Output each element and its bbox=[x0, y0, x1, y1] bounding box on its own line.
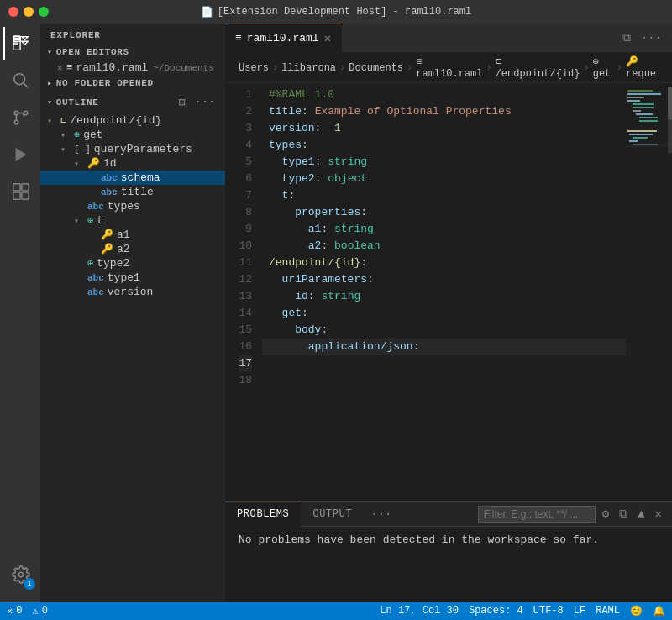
outline-type2[interactable]: ▾ ⊕ type2 bbox=[40, 256, 225, 271]
minimap bbox=[626, 83, 672, 501]
types-abc-label: types bbox=[108, 200, 140, 213]
outline-more-icon[interactable]: ··· bbox=[192, 95, 218, 110]
code-content[interactable]: #%RAML 1.0 title: Example of Optional Pr… bbox=[262, 83, 626, 501]
svg-rect-15 bbox=[627, 97, 644, 98]
outline-query-params[interactable]: ▾ [ ] queryParameters bbox=[40, 142, 225, 156]
status-bell[interactable]: 🔔 bbox=[653, 605, 665, 617]
status-encoding[interactable]: UTF-8 bbox=[533, 605, 564, 617]
outline-type1[interactable]: ▾ abc type1 bbox=[40, 271, 225, 285]
svg-rect-13 bbox=[627, 90, 653, 92]
status-eol[interactable]: LF bbox=[574, 605, 585, 617]
maximize-button[interactable] bbox=[39, 7, 49, 17]
search-activity-icon[interactable] bbox=[3, 64, 37, 97]
t-type-icon: ⊕ bbox=[87, 214, 93, 227]
svg-point-11 bbox=[18, 572, 24, 577]
a1-label: a1 bbox=[117, 229, 130, 241]
more-actions-icon[interactable]: ··· bbox=[638, 29, 665, 46]
svg-rect-21 bbox=[639, 117, 658, 118]
outline-a1[interactable]: ▾ 🔑 a1 bbox=[40, 228, 225, 242]
no-folder-header[interactable]: ▸ No Folder Opened bbox=[40, 75, 225, 92]
svg-rect-10 bbox=[22, 192, 29, 199]
close-file-icon[interactable]: ✕ bbox=[57, 62, 63, 73]
tab-label: raml10.raml bbox=[247, 32, 319, 45]
status-face[interactable]: 😊 bbox=[630, 605, 643, 617]
source-control-activity-icon[interactable] bbox=[3, 101, 37, 134]
panel-tab-problems[interactable]: PROBLEMS bbox=[225, 502, 301, 527]
close-button[interactable] bbox=[8, 7, 18, 17]
breadcrumb-raml10[interactable]: ≡ raml10.raml bbox=[416, 56, 482, 80]
abc-icon-version: abc bbox=[87, 287, 104, 297]
status-errors[interactable]: ✕ 0 bbox=[7, 605, 22, 617]
panel-close-icon[interactable]: ✕ bbox=[652, 505, 665, 523]
titlebar: 📄 [Extension Development Host] - raml10.… bbox=[0, 0, 672, 24]
open-file-item[interactable]: ✕ ≡ raml10.raml ~/Documents bbox=[40, 60, 225, 75]
panel: PROBLEMS OUTPUT ··· ⚙ ⧉ ▲ ✕ No problems … bbox=[225, 501, 672, 602]
outline-t[interactable]: ▾ ⊕ t bbox=[40, 213, 225, 228]
error-icon: ✕ bbox=[7, 605, 13, 617]
panel-tab-more[interactable]: ··· bbox=[364, 507, 398, 521]
svg-rect-8 bbox=[22, 184, 29, 191]
code-editor[interactable]: 12345 678910 1112131415 161718 #%RAML 1.… bbox=[225, 83, 672, 501]
extensions-activity-icon[interactable] bbox=[3, 175, 37, 208]
svg-rect-9 bbox=[13, 192, 20, 199]
settings-activity-icon[interactable]: 1 bbox=[3, 558, 37, 591]
t-chevron: ▾ bbox=[74, 216, 87, 226]
svg-rect-20 bbox=[636, 113, 653, 115]
outline-types-abc[interactable]: ▾ abc types bbox=[40, 199, 225, 213]
breadcrumb-get[interactable]: ⊕ get bbox=[593, 55, 613, 80]
outline-schema[interactable]: ▾ abc schema bbox=[40, 171, 225, 185]
svg-rect-28 bbox=[626, 144, 672, 147]
status-cursor[interactable]: Ln 17, Col 30 bbox=[380, 605, 459, 617]
breadcrumb-endpoint[interactable]: ⊏ /endpoint/{id} bbox=[496, 55, 580, 80]
type2-label: type2 bbox=[97, 257, 129, 270]
breadcrumb-documents[interactable]: Documents bbox=[349, 62, 403, 74]
a2-key-icon: 🔑 bbox=[101, 243, 113, 255]
debug-activity-icon[interactable] bbox=[3, 138, 37, 171]
warning-icon: ⚠ bbox=[32, 605, 38, 617]
svg-rect-24 bbox=[629, 134, 653, 135]
outline-tree: ▾ ⊏ /endpoint/{id} ▾ ⊕ get ▾ [ ] queryPa… bbox=[40, 113, 225, 602]
panel-tab-output[interactable]: OUTPUT bbox=[301, 502, 364, 527]
status-spaces[interactable]: Spaces: 4 bbox=[469, 605, 523, 617]
outline-chevron: ▾ bbox=[47, 97, 53, 108]
no-folder-label: No Folder Opened bbox=[56, 78, 154, 88]
split-editor-icon[interactable]: ⧉ bbox=[619, 29, 634, 46]
bell-icon: 🔔 bbox=[653, 605, 665, 617]
code-line-8: properties: bbox=[262, 204, 626, 221]
outline-header[interactable]: ▾ Outline ⊟ ··· bbox=[40, 92, 225, 113]
open-editors-header[interactable]: ▾ Open Editors bbox=[40, 44, 225, 60]
breadcrumb-llibarona[interactable]: llibarona bbox=[281, 62, 336, 74]
code-line-16: body: bbox=[262, 322, 626, 339]
editor-area: ≡ raml10.raml ✕ ⧉ ··· Users › llibarona … bbox=[225, 24, 672, 602]
outline-a2[interactable]: ▾ 🔑 a2 bbox=[40, 242, 225, 256]
panel-filter-icon[interactable]: ⚙ bbox=[599, 505, 612, 523]
panel-filter-input[interactable] bbox=[478, 506, 596, 523]
window-controls[interactable] bbox=[8, 7, 49, 17]
breadcrumb-request[interactable]: 🔑 reque bbox=[626, 55, 659, 80]
explorer-activity-icon[interactable] bbox=[3, 27, 37, 60]
outline-id[interactable]: ▾ 🔑 id bbox=[40, 156, 225, 171]
panel-content: No problems have been detected in the wo… bbox=[225, 527, 672, 602]
panel-collapse-icon[interactable]: ▲ bbox=[634, 506, 648, 523]
code-line-7: t: bbox=[262, 187, 626, 204]
activity-bar: 1 bbox=[0, 24, 40, 602]
outline-version[interactable]: ▾ abc version bbox=[40, 285, 225, 299]
status-warnings[interactable]: ⚠ 0 bbox=[32, 605, 47, 617]
svg-rect-14 bbox=[627, 93, 661, 95]
status-language[interactable]: RAML bbox=[596, 605, 620, 617]
outline-actions: ⊟ ··· bbox=[176, 95, 218, 110]
breadcrumb-users[interactable]: Users bbox=[239, 62, 269, 74]
face-icon: 😊 bbox=[630, 605, 643, 617]
tab-bar-actions: ⧉ ··· bbox=[619, 29, 672, 46]
outline-title[interactable]: ▾ abc title bbox=[40, 185, 225, 199]
editor-tab-raml10[interactable]: ≡ raml10.raml ✕ bbox=[225, 24, 342, 53]
panel-copy-icon[interactable]: ⧉ bbox=[616, 506, 631, 523]
minimize-button[interactable] bbox=[24, 7, 34, 17]
warning-count: 0 bbox=[42, 605, 48, 617]
outline-filter-icon[interactable]: ⊟ bbox=[176, 95, 189, 110]
svg-rect-19 bbox=[633, 110, 641, 112]
outline-get[interactable]: ▾ ⊕ get bbox=[40, 128, 225, 142]
outline-endpoint[interactable]: ▾ ⊏ /endpoint/{id} bbox=[40, 113, 225, 128]
tab-close-button[interactable]: ✕ bbox=[324, 31, 331, 45]
file-type-icon: ≡ bbox=[66, 61, 73, 74]
